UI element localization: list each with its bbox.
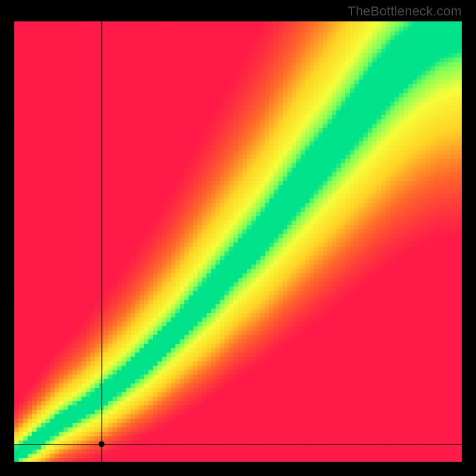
watermark-text: TheBottleneck.com — [347, 4, 462, 19]
heatmap-canvas — [14, 21, 462, 462]
heatmap-plot — [14, 21, 462, 462]
chart-frame: TheBottleneck.com — [0, 0, 476, 476]
